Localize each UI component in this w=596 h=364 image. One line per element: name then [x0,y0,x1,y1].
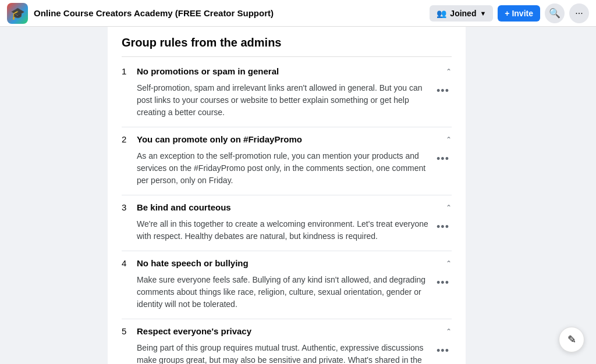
rule-title: Be kind and courteous [137,202,231,212]
rule-title: No hate speech or bullying [137,258,249,268]
rule-body: As an exception to the self-promotion ru… [122,148,452,192]
rule-header-left: 2 You can promote only on #FridayPromo [122,134,302,144]
rules-list: 1 No promotions or spam in general ⌃ Sel… [122,59,452,364]
rules-title: Group rules from the admins [122,36,452,57]
rule-header-left: 3 Be kind and courteous [122,202,231,212]
edit-icon: ✎ [567,333,576,346]
rule-body: We're all in this together to create a w… [122,216,452,248]
group-name: Online Course Creators Academy (FREE Cre… [34,8,274,18]
rule-number: 5 [122,326,131,336]
more-icon: ··· [575,8,583,19]
rule-more-options-button[interactable]: ••• [434,274,452,291]
chevron-up-icon: ⌃ [446,135,452,144]
rule-header[interactable]: 2 You can promote only on #FridayPromo ⌃ [122,134,452,148]
rule-body: Make sure everyone feels safe. Bullying … [122,272,452,316]
chevron-up-icon: ⌃ [446,67,452,76]
chevron-up-icon: ⌃ [446,259,452,267]
rule-more-options-button[interactable]: ••• [434,342,452,359]
topbar-left: 🎓 Online Course Creators Academy (FREE C… [7,3,430,24]
search-button[interactable]: 🔍 [545,3,565,23]
search-icon: 🔍 [549,8,560,19]
chevron-down-icon: ▼ [480,10,486,17]
right-sidebar [466,27,596,364]
center-panel: Group rules from the admins 1 No promoti… [108,27,466,364]
rule-description: Self-promotion, spam and irrelevant link… [137,82,434,119]
rule-item: 2 You can promote only on #FridayPromo ⌃… [122,127,452,195]
rule-number: 1 [122,66,131,76]
rule-title: Respect everyone's privacy [137,326,251,336]
rule-body: Self-promotion, spam and irrelevant link… [122,80,452,124]
rule-header-left: 4 No hate speech or bullying [122,258,249,268]
rule-description: As an exception to the self-promotion ru… [137,150,434,187]
rule-header-left: 5 Respect everyone's privacy [122,326,251,336]
rule-header[interactable]: 4 No hate speech or bullying ⌃ [122,258,452,272]
rule-number: 2 [122,134,131,144]
rule-title: No promotions or spam in general [137,66,279,76]
rule-body: Being part of this group requires mutual… [122,340,452,364]
rule-description: We're all in this together to create a w… [137,218,434,242]
rule-description: Being part of this group requires mutual… [137,342,434,364]
rule-more-options-button[interactable]: ••• [434,150,452,167]
main-content: Group rules from the admins 1 No promoti… [0,27,596,364]
rule-description: Make sure everyone feels safe. Bullying … [137,274,434,311]
people-icon: 👥 [437,9,446,18]
rule-more-options-button[interactable]: ••• [434,218,452,235]
rule-item: 5 Respect everyone's privacy ⌃ Being par… [122,319,452,364]
rule-number: 4 [122,258,131,268]
more-options-button[interactable]: ··· [569,3,589,23]
floating-edit-button[interactable]: ✎ [559,327,584,352]
joined-label: Joined [450,9,476,18]
rule-header[interactable]: 3 Be kind and courteous ⌃ [122,202,452,216]
rule-item: 3 Be kind and courteous ⌃ We're all in t… [122,195,452,251]
rules-panel: Group rules from the admins 1 No promoti… [108,27,466,364]
rule-header-left: 1 No promotions or spam in general [122,66,279,76]
topbar: 🎓 Online Course Creators Academy (FREE C… [0,0,596,27]
rule-header[interactable]: 1 No promotions or spam in general ⌃ [122,66,452,80]
left-sidebar [0,27,108,364]
chevron-up-icon: ⌃ [446,327,452,336]
rule-item: 4 No hate speech or bullying ⌃ Make sure… [122,251,452,319]
chevron-up-icon: ⌃ [446,204,452,212]
joined-button[interactable]: 👥 Joined ▼ [430,5,493,22]
group-avatar: 🎓 [7,3,28,24]
topbar-actions: 👥 Joined ▼ + Invite 🔍 ··· [430,3,589,23]
rule-header[interactable]: 5 Respect everyone's privacy ⌃ [122,326,452,340]
invite-label: + Invite [505,9,533,18]
rule-number: 3 [122,202,131,212]
rule-more-options-button[interactable]: ••• [434,82,452,99]
rule-title: You can promote only on #FridayPromo [137,134,302,144]
rule-item: 1 No promotions or spam in general ⌃ Sel… [122,59,452,127]
invite-button[interactable]: + Invite [498,5,540,22]
